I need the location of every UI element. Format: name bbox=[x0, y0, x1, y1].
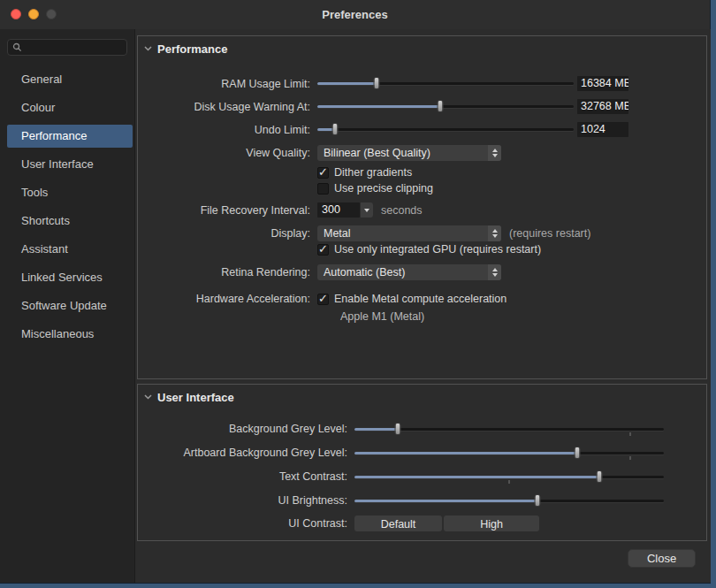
metal-compute-checkbox[interactable] bbox=[317, 294, 329, 305]
display-row: Display: Metal (requires restart) bbox=[138, 225, 706, 241]
integrated-gpu-row[interactable]: Use only integrated GPU (requires restar… bbox=[138, 242, 706, 256]
sidebar: General Colour Performance User Interfac… bbox=[0, 29, 135, 583]
sidebar-nav: General Colour Performance User Interfac… bbox=[0, 68, 134, 346]
disk-warning-row: Disk Usage Warning At: 32768 MB bbox=[138, 99, 706, 114]
sidebar-item-colour[interactable]: Colour bbox=[7, 96, 133, 119]
slider-thumb[interactable] bbox=[438, 100, 444, 112]
disk-warning-value[interactable]: 32768 MB bbox=[577, 99, 628, 114]
slider-tick bbox=[509, 480, 510, 484]
stepper-icon bbox=[488, 264, 501, 280]
dither-gradients-checkbox[interactable] bbox=[317, 167, 329, 179]
sidebar-item-assistant[interactable]: Assistant bbox=[7, 238, 133, 261]
undo-limit-value[interactable]: 1024 bbox=[577, 122, 628, 137]
slider-thumb[interactable] bbox=[575, 447, 581, 459]
slider-fill bbox=[354, 452, 577, 454]
slider-fill bbox=[354, 500, 537, 502]
text-contrast-row: Text Contrast: bbox=[138, 470, 706, 484]
search-field[interactable] bbox=[7, 39, 127, 56]
performance-section: Performance RAM Usage Limit: 16384 MB Di… bbox=[137, 35, 707, 379]
ram-usage-slider[interactable] bbox=[317, 77, 574, 90]
search-icon bbox=[12, 42, 22, 52]
integrated-gpu-checkbox[interactable] bbox=[317, 244, 329, 256]
slider-thumb[interactable] bbox=[373, 77, 379, 89]
view-quality-row: View Quality: Bilinear (Best Quality) bbox=[138, 145, 706, 160]
sidebar-item-software-update[interactable]: Software Update bbox=[7, 294, 133, 317]
slider-thumb[interactable] bbox=[534, 494, 540, 507]
undo-limit-slider[interactable] bbox=[317, 123, 574, 136]
performance-section-header: Performance bbox=[138, 36, 706, 56]
file-recovery-unit: seconds bbox=[381, 204, 423, 217]
file-recovery-row: File Recovery Interval: 300 seconds bbox=[138, 202, 706, 218]
precise-clipping-checkbox[interactable] bbox=[317, 183, 329, 195]
ui-brightness-label: UI Brightness: bbox=[138, 494, 347, 507]
artboard-grey-slider[interactable] bbox=[354, 447, 664, 460]
text-contrast-slider[interactable] bbox=[354, 470, 664, 484]
ui-contrast-row: UI Contrast: Default High bbox=[138, 515, 706, 531]
slider-fill bbox=[354, 476, 599, 478]
ram-usage-label: RAM Usage Limit: bbox=[138, 78, 310, 90]
ui-contrast-high-button[interactable]: High bbox=[444, 515, 539, 531]
stepper-icon bbox=[488, 145, 501, 161]
view-quality-value: Bilinear (Best Quality) bbox=[317, 147, 488, 159]
titlebar[interactable]: Preferences bbox=[0, 0, 710, 30]
sidebar-item-tools[interactable]: Tools bbox=[7, 181, 133, 204]
performance-section-title: Performance bbox=[157, 42, 227, 56]
disk-warning-slider[interactable] bbox=[317, 100, 574, 113]
disk-warning-label: Disk Usage Warning At: bbox=[138, 101, 310, 113]
sidebar-item-shortcuts[interactable]: Shortcuts bbox=[7, 210, 133, 233]
integrated-gpu-label: Use only integrated GPU (requires restar… bbox=[334, 243, 541, 256]
background-grey-label: Background Grey Level: bbox=[138, 423, 347, 435]
sidebar-item-user-interface[interactable]: User Interface bbox=[7, 153, 133, 176]
slider-tick bbox=[629, 432, 630, 436]
artboard-grey-label: Artboard Background Grey Level: bbox=[138, 447, 347, 459]
ui-brightness-row: UI Brightness: bbox=[138, 493, 706, 508]
artboard-grey-row: Artboard Background Grey Level: bbox=[138, 446, 706, 460]
ui-contrast-label: UI Contrast: bbox=[138, 517, 347, 530]
collapse-chevron-icon[interactable] bbox=[144, 46, 152, 51]
collapse-chevron-icon[interactable] bbox=[144, 394, 152, 400]
ui-contrast-default-button[interactable]: Default bbox=[354, 515, 442, 531]
slider-thumb[interactable] bbox=[596, 470, 602, 483]
sidebar-item-general[interactable]: General bbox=[7, 68, 133, 91]
undo-limit-row: Undo Limit: 1024 bbox=[138, 122, 706, 137]
display-label: Display: bbox=[138, 227, 310, 240]
user-interface-section-title: User Interface bbox=[157, 391, 234, 404]
gpu-device-name: Apple M1 (Metal) bbox=[138, 310, 706, 324]
display-select[interactable]: Metal bbox=[317, 225, 501, 241]
ui-brightness-slider[interactable] bbox=[354, 494, 664, 508]
view-quality-label: View Quality: bbox=[138, 147, 310, 159]
ram-usage-value[interactable]: 16384 MB bbox=[577, 76, 628, 91]
chevron-down-icon[interactable] bbox=[361, 202, 373, 218]
sidebar-item-miscellaneous[interactable]: Miscellaneous bbox=[7, 323, 133, 346]
search-input[interactable] bbox=[26, 41, 122, 55]
retina-rendering-row: Retina Rendering: Automatic (Best) bbox=[138, 264, 706, 279]
undo-limit-label: Undo Limit: bbox=[138, 124, 310, 136]
background-grey-slider[interactable] bbox=[354, 423, 664, 436]
file-recovery-input[interactable]: 300 bbox=[317, 202, 360, 218]
display-value: Metal bbox=[317, 227, 488, 240]
slider-fill bbox=[354, 428, 398, 431]
sidebar-item-performance[interactable]: Performance bbox=[7, 125, 133, 148]
file-recovery-label: File Recovery Interval: bbox=[138, 204, 310, 217]
dither-gradients-label: Dither gradients bbox=[334, 166, 412, 179]
slider-thumb[interactable] bbox=[395, 423, 401, 435]
sidebar-item-linked-services[interactable]: Linked Services bbox=[7, 266, 133, 289]
user-interface-section-header: User Interface bbox=[138, 385, 706, 404]
slider-track[interactable] bbox=[354, 428, 664, 431]
user-interface-section: User Interface Background Grey Level: Ar… bbox=[137, 384, 707, 541]
view-quality-select[interactable]: Bilinear (Best Quality) bbox=[317, 145, 501, 161]
retina-rendering-select[interactable]: Automatic (Best) bbox=[317, 264, 501, 280]
slider-tick bbox=[629, 456, 630, 460]
slider-track[interactable] bbox=[317, 128, 574, 131]
slider-thumb[interactable] bbox=[332, 123, 339, 135]
hardware-acceleration-row: Hardware Acceleration: Enable Metal comp… bbox=[138, 292, 706, 306]
main-panel: Performance RAM Usage Limit: 16384 MB Di… bbox=[135, 29, 711, 583]
close-button[interactable]: Close bbox=[628, 549, 696, 568]
hardware-acceleration-label: Hardware Acceleration: bbox=[138, 293, 310, 305]
dither-gradients-row[interactable]: Dither gradients bbox=[138, 165, 706, 179]
slider-fill bbox=[317, 105, 440, 108]
stepper-icon bbox=[488, 225, 501, 241]
retina-rendering-value: Automatic (Best) bbox=[317, 266, 488, 279]
precise-clipping-row[interactable]: Use precise clipping bbox=[138, 181, 706, 195]
window-title: Preferences bbox=[0, 0, 710, 29]
